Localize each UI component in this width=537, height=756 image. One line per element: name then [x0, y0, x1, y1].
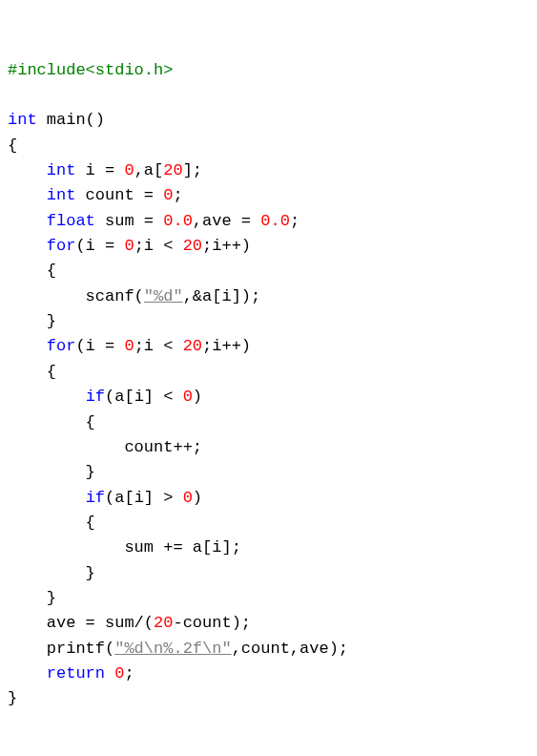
code-token: { [8, 136, 17, 155]
code-token: ,&a[i]); [183, 287, 261, 305]
code-token: int [47, 161, 76, 179]
code-token: main() [37, 111, 105, 129]
code-token: -count); [173, 614, 251, 632]
code-token [8, 161, 47, 179]
code-token: 20 [154, 614, 173, 632]
code-token: 0.0 [260, 212, 290, 230]
code-token: 0 [163, 186, 173, 204]
code-block: #include<stdio.h> int main(){ int i = 0,… [8, 58, 529, 712]
code-token: } [8, 589, 56, 607]
code-token [105, 664, 114, 682]
code-line: { [8, 511, 529, 536]
code-line: { [8, 134, 529, 158]
code-token: ;i < [134, 237, 183, 255]
code-line: printf("%d\n%.2f\n",count,ave); [8, 637, 529, 662]
code-token: } [8, 564, 95, 582]
code-token: { [8, 413, 95, 431]
code-token: ave = sum/( [8, 614, 154, 632]
code-token: { [8, 262, 56, 280]
code-token: count++; [8, 438, 202, 456]
code-token: 20 [183, 337, 202, 355]
code-token: "%d" [144, 287, 183, 305]
code-line: ave = sum/(20-count); [8, 611, 529, 636]
code-line: for(i = 0;i < 20;i++) [8, 334, 529, 359]
code-token: 0 [124, 161, 134, 179]
code-token: ; [290, 212, 299, 230]
code-token: ; [173, 186, 182, 204]
code-token: 20 [183, 237, 202, 255]
code-line: if(a[i] > 0) [8, 486, 529, 511]
code-token: if [86, 388, 105, 406]
code-token: (a[i] > [105, 489, 183, 507]
code-token [8, 664, 47, 682]
code-token [8, 212, 47, 230]
code-line [8, 83, 529, 108]
code-token: i = [75, 161, 124, 179]
code-token [8, 186, 47, 204]
code-token: ) [193, 388, 202, 406]
code-token: #include<stdio.h> [8, 61, 173, 79]
code-token: } [8, 312, 56, 330]
code-token: 0 [124, 237, 134, 255]
code-line: int count = 0; [8, 183, 529, 208]
code-line: } [8, 309, 529, 334]
code-token: ) [193, 489, 202, 507]
code-token: ;i++) [202, 237, 251, 255]
code-token: ;i++) [202, 337, 251, 355]
code-token [8, 237, 47, 255]
code-line: count++; [8, 435, 529, 460]
code-token: (a[i] < [105, 388, 183, 406]
code-token: { [8, 514, 95, 532]
code-line: { [8, 360, 529, 385]
code-line: int i = 0,a[20]; [8, 158, 529, 183]
code-token: ,count,ave); [232, 640, 348, 658]
code-token: 0 [183, 489, 193, 507]
code-line: return 0; [8, 662, 529, 686]
code-line: scanf("%d",&a[i]); [8, 284, 529, 309]
code-token: count = [75, 186, 163, 204]
code-token: return [47, 664, 105, 682]
code-token: "%d\n%.2f\n" [114, 640, 231, 658]
code-line: } [8, 561, 529, 586]
code-line: } [8, 586, 529, 611]
code-line: float sum = 0.0,ave = 0.0; [8, 209, 529, 234]
code-line: #include<stdio.h> [8, 58, 529, 83]
code-token: for [47, 337, 76, 355]
code-token: 20 [163, 161, 182, 179]
code-token: ,ave = [193, 212, 260, 230]
code-token: for [47, 237, 76, 255]
code-token [8, 489, 86, 507]
code-line: } [8, 460, 529, 485]
code-token: (i = [75, 237, 124, 255]
code-token: scanf( [8, 287, 144, 305]
code-token: 0 [183, 388, 193, 406]
code-token: 0.0 [163, 212, 193, 230]
code-token: float [47, 212, 95, 230]
code-token: (i = [75, 337, 124, 355]
code-token: } [8, 463, 95, 481]
code-token: int [47, 186, 76, 204]
code-token: ;i < [134, 337, 183, 355]
code-token [8, 337, 47, 355]
code-token: 0 [114, 664, 124, 682]
code-token: printf( [8, 640, 114, 658]
code-line: int main() [8, 108, 529, 133]
code-token [8, 388, 86, 406]
code-line: } [8, 686, 529, 711]
code-line: for(i = 0;i < 20;i++) [8, 234, 529, 259]
code-token: 0 [124, 337, 134, 355]
code-token: ,a[ [134, 161, 164, 179]
code-line: if(a[i] < 0) [8, 385, 529, 410]
code-line: sum += a[i]; [8, 536, 529, 560]
code-token: sum = [95, 212, 163, 230]
code-token: if [86, 489, 105, 507]
code-token: ]; [183, 161, 202, 179]
code-token: int [8, 111, 37, 129]
code-token: sum += a[i]; [8, 538, 241, 556]
code-token: ; [124, 664, 134, 682]
code-line: { [8, 410, 529, 435]
code-token: } [8, 689, 17, 707]
code-line: { [8, 259, 529, 284]
code-token: { [8, 363, 56, 381]
